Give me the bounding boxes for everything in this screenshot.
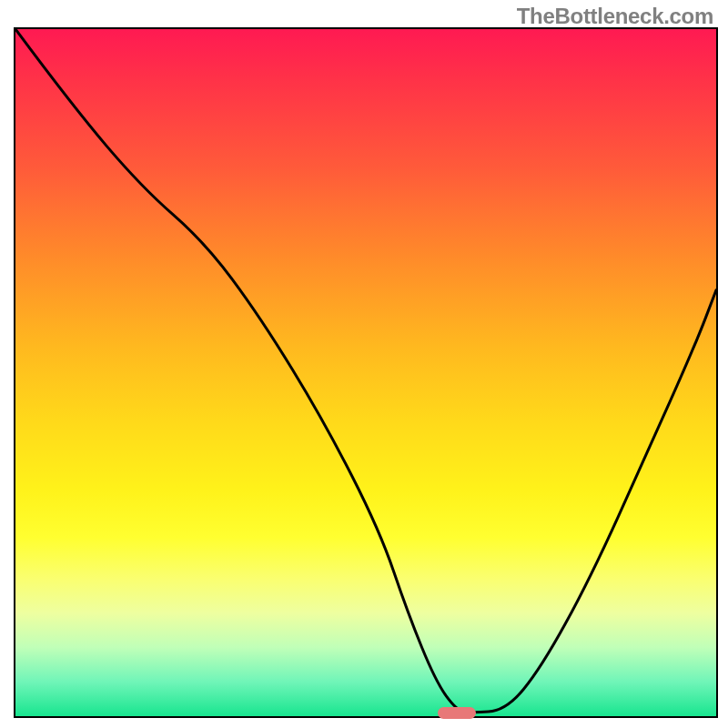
plot-area bbox=[14, 27, 718, 718]
watermark-label: TheBottleneck.com bbox=[517, 4, 713, 29]
curve-layer bbox=[15, 29, 716, 716]
optimal-marker bbox=[438, 707, 476, 719]
bottleneck-chart: TheBottleneck.com bbox=[0, 0, 728, 728]
bottleneck-curve bbox=[15, 29, 716, 713]
